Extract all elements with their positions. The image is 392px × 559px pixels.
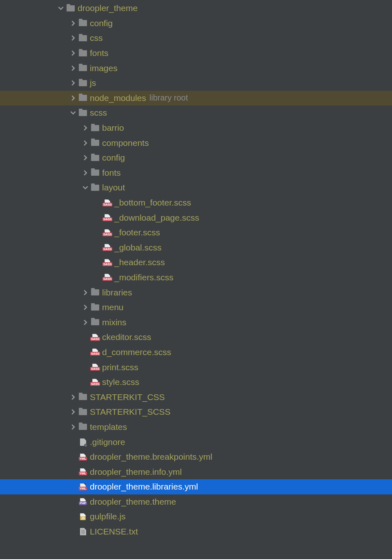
folder-icon	[91, 319, 99, 325]
tree-item-label: fonts	[102, 168, 121, 178]
folder-icon	[91, 125, 99, 131]
tree-row[interactable]: SASSstyle.scss	[0, 375, 392, 390]
file-icon	[80, 528, 86, 535]
tree-row[interactable]: SASSprint.scss	[0, 360, 392, 375]
folder-icon	[79, 424, 87, 430]
tree-item-label: print.scss	[102, 362, 138, 372]
tree-item-label: _modifiers.scss	[114, 273, 174, 282]
chevron-right-icon[interactable]	[69, 95, 78, 101]
tree-row[interactable]: SASS_download_page.scss	[0, 210, 392, 225]
chevron-right-icon[interactable]	[69, 424, 78, 430]
tree-item-label: scss	[90, 108, 107, 118]
tree-row[interactable]: droopler_theme	[0, 1, 392, 16]
tree-row[interactable]: STARTERKIT_CSS	[0, 389, 392, 405]
tree-row[interactable]: node_moduleslibrary root	[0, 91, 392, 106]
js-file-icon: JS	[78, 513, 87, 520]
chevron-right-icon[interactable]	[69, 20, 78, 26]
tree-item-label: components	[102, 138, 149, 148]
chevron-right-icon[interactable]	[81, 170, 90, 176]
chevron-right-icon[interactable]	[69, 80, 78, 86]
tree-item-label: ckeditor.scss	[102, 332, 151, 342]
tree-row[interactable]: mixins	[0, 315, 392, 330]
tree-item-label: js	[90, 78, 96, 88]
tree-item-label: config	[102, 153, 125, 163]
tree-row[interactable]: LICENSE.txt	[0, 524, 392, 539]
tree-row[interactable]: fonts	[0, 46, 392, 61]
tree-row[interactable]: css	[0, 31, 392, 46]
tree-item-label: barrio	[102, 123, 124, 133]
chevron-right-icon[interactable]	[69, 35, 78, 41]
tree-row[interactable]: SASS_bottom_footer.scss	[0, 195, 392, 210]
project-tree: droopler_themeconfigcssfontsimagesjsnode…	[0, 0, 392, 539]
folder-icon	[91, 140, 99, 146]
tree-row[interactable]: STARTERKIT_SCSS	[0, 405, 392, 420]
sass-file-icon: SASS	[91, 349, 100, 356]
folder-icon	[79, 50, 87, 56]
chevron-right-icon[interactable]	[81, 140, 90, 146]
tree-item-label: mixins	[102, 318, 127, 327]
folder-icon	[91, 289, 99, 295]
tree-row[interactable]: YMLdroopler_theme.info.yml	[0, 464, 392, 479]
tree-row[interactable]: PHPdroopler_theme.theme	[0, 494, 392, 510]
tree-item-label: _footer.scss	[114, 228, 160, 237]
tree-row[interactable]: libraries	[0, 285, 392, 300]
folder-icon	[91, 170, 99, 176]
chevron-down-icon[interactable]	[56, 5, 65, 11]
tree-item-label: droopler_theme	[78, 3, 138, 13]
tree-row[interactable]: .gitignore	[0, 434, 392, 449]
tree-row[interactable]: js	[0, 76, 392, 91]
tree-row[interactable]: SASSd_commerce.scss	[0, 345, 392, 360]
chevron-right-icon[interactable]	[69, 65, 78, 71]
chevron-right-icon[interactable]	[81, 290, 90, 295]
folder-icon	[79, 65, 87, 71]
folder-icon	[91, 185, 99, 191]
tree-item-label: LICENSE.txt	[90, 527, 138, 537]
file-icon	[80, 438, 86, 446]
tree-row[interactable]: menu	[0, 300, 392, 315]
folder-icon	[91, 304, 99, 311]
tree-item-label: _global.scss	[114, 243, 162, 253]
chevron-right-icon[interactable]	[81, 125, 90, 131]
chevron-right-icon[interactable]	[69, 394, 78, 400]
tree-row[interactable]: templates	[0, 420, 392, 435]
tree-item-label: droopler_theme.breakpoints.yml	[90, 452, 212, 462]
tree-row[interactable]: components	[0, 135, 392, 150]
sass-file-icon: SASS	[103, 199, 112, 206]
chevron-right-icon[interactable]	[81, 304, 90, 310]
tree-item-label: gulpfile.js	[90, 512, 126, 521]
chevron-right-icon[interactable]	[69, 409, 78, 415]
tree-row[interactable]: SASS_footer.scss	[0, 225, 392, 240]
tree-item-label: _download_page.scss	[114, 213, 199, 223]
folder-icon	[67, 5, 75, 11]
tree-row[interactable]: SASS_modifiers.scss	[0, 270, 392, 285]
folder-icon	[79, 80, 87, 86]
tree-row[interactable]: SASS_global.scss	[0, 240, 392, 255]
chevron-right-icon[interactable]	[81, 155, 90, 161]
tree-row[interactable]: images	[0, 60, 392, 76]
tree-row[interactable]: fonts	[0, 165, 392, 181]
sass-file-icon: SASS	[103, 274, 112, 281]
tree-row[interactable]: layout	[0, 180, 392, 195]
chevron-down-icon[interactable]	[69, 110, 78, 116]
tree-item-label: templates	[90, 422, 127, 432]
chevron-right-icon[interactable]	[81, 320, 90, 325]
tree-row[interactable]: JSgulpfile.js	[0, 509, 392, 524]
tree-item-label: menu	[102, 302, 124, 312]
tree-row[interactable]: config	[0, 150, 392, 165]
tree-item-label: d_commerce.scss	[102, 347, 171, 357]
tree-item-label: STARTERKIT_CSS	[90, 392, 165, 402]
tree-row[interactable]: YMLdroopler_theme.libraries.yml	[0, 479, 392, 494]
tree-row[interactable]: SASS_header.scss	[0, 255, 392, 270]
tree-row[interactable]: SASSckeditor.scss	[0, 330, 392, 345]
tree-item-label: fonts	[90, 48, 109, 58]
tree-row[interactable]: scss	[0, 105, 392, 121]
tree-item-label: layout	[102, 183, 125, 192]
chevron-down-icon[interactable]	[81, 185, 90, 190]
tree-row[interactable]: barrio	[0, 121, 392, 136]
chevron-right-icon[interactable]	[69, 50, 78, 56]
tree-item-label: droopler_theme.libraries.yml	[90, 482, 198, 492]
yml-file-icon: YML	[78, 483, 87, 490]
sass-file-icon: SASS	[91, 364, 100, 371]
tree-row[interactable]: config	[0, 16, 392, 31]
tree-row[interactable]: YMLdroopler_theme.breakpoints.yml	[0, 449, 392, 465]
